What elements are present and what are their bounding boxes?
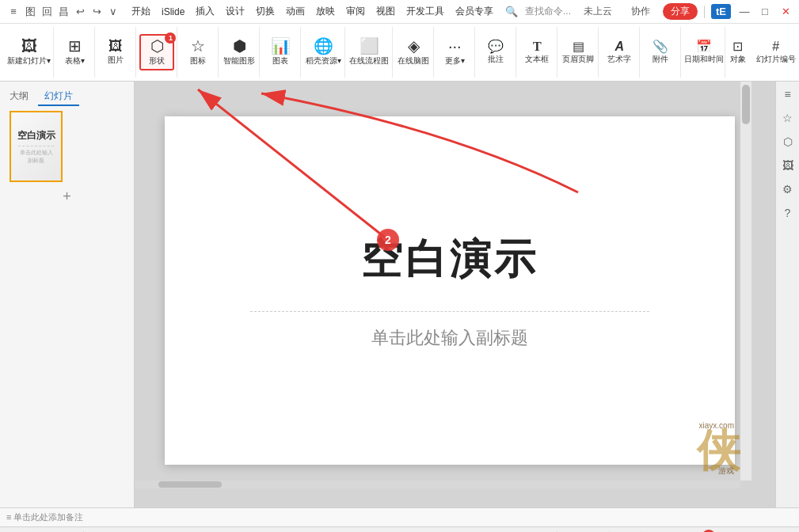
tab-view[interactable]: 视图 bbox=[371, 3, 400, 20]
tab-animation[interactable]: 动画 bbox=[281, 3, 310, 20]
slide-thumb-preview: 空白演示 单击此处输入副标题 bbox=[11, 112, 61, 180]
tab-review[interactable]: 审阅 bbox=[341, 3, 370, 20]
flow-label: 在线流程图 bbox=[349, 55, 389, 66]
textbox-button[interactable]: T 文本框 bbox=[523, 39, 551, 66]
stock-button[interactable]: 🌐 稻壳资源▾ bbox=[302, 36, 345, 69]
mindmap-label: 在线脑图 bbox=[398, 55, 429, 66]
tab-insert[interactable]: 插入 bbox=[191, 3, 219, 20]
maximize-btn[interactable]: □ bbox=[758, 5, 772, 19]
ribbon-group-smart: ⬢ 智能图形 bbox=[220, 27, 260, 78]
header-button[interactable]: ▤ 页眉页脚 bbox=[560, 39, 596, 66]
close-btn[interactable]: ✕ bbox=[778, 5, 793, 19]
arttext-icon: A bbox=[614, 40, 624, 53]
more-button[interactable]: ··· 更多▾ bbox=[437, 36, 472, 69]
ribbon-group-textbox: T 文本框 bbox=[518, 27, 557, 78]
table-button[interactable]: ⊞ 表格▾ bbox=[57, 36, 92, 69]
textbox-label: 文本框 bbox=[525, 54, 549, 65]
search-icon[interactable]: 🔍 bbox=[504, 5, 519, 19]
image-button[interactable]: 🖼 图片 bbox=[98, 36, 133, 68]
slide-title[interactable]: 空白演示 bbox=[361, 232, 538, 287]
comment-label: 批注 bbox=[488, 54, 504, 65]
sidebar-btn-5[interactable]: ⚙ bbox=[778, 180, 797, 199]
tab-transition[interactable]: 切换 bbox=[251, 3, 280, 20]
sidebar-btn-2[interactable]: ☆ bbox=[778, 108, 797, 127]
tab-outline[interactable]: 大纲 bbox=[3, 88, 35, 106]
tab-member[interactable]: 会员专享 bbox=[451, 3, 498, 20]
slide-num-button[interactable]: # 幻灯片编号 bbox=[754, 39, 798, 66]
title-icons: ≡ 图 回 昌 ↩ ↪ ∨ bbox=[6, 5, 120, 19]
ribbon-group-date: 📅 日期和时间 bbox=[683, 27, 726, 78]
main-area: 大纲 幻灯片 1 空白演示 单击此处输入副标题 + 空白演 bbox=[0, 82, 799, 507]
ribbon-group-shape: 1 ⬡ 形状 bbox=[138, 27, 177, 78]
redo-icon[interactable]: ↪ bbox=[89, 5, 104, 19]
tab-slides[interactable]: 幻灯片 bbox=[38, 88, 79, 106]
ribbon-group-attachment: 📎 附件 bbox=[641, 27, 681, 78]
play-btn[interactable]: ▶ bbox=[702, 530, 716, 533]
ribbon-group-image: 🖼 图片 bbox=[97, 27, 136, 78]
ribbon-group-chart: 📊 图表 bbox=[261, 27, 301, 78]
tab-slideshow[interactable]: 放映 bbox=[311, 3, 340, 20]
mindmap-button[interactable]: ◈ 在线脑图 bbox=[394, 36, 433, 69]
status-bar-right: ☆智能美化 | 三角注 | 批注 | ⊞ ⊡ ▤ ▶ | — 100% + ⊡ bbox=[527, 530, 793, 533]
sidebar-btn-3[interactable]: ⬡ bbox=[778, 132, 797, 151]
align-label: 对象 bbox=[730, 54, 746, 65]
chart-button[interactable]: 📊 图表 bbox=[263, 36, 298, 69]
more-icon[interactable]: ∨ bbox=[106, 5, 120, 19]
scroll-thumb-h bbox=[158, 481, 222, 488]
tab-islide[interactable]: iSlide bbox=[157, 5, 189, 19]
smart-shape-button[interactable]: ⬢ 智能图形 bbox=[219, 36, 259, 69]
share-btn[interactable]: 分享 bbox=[663, 3, 698, 20]
attachment-button[interactable]: 📎 附件 bbox=[646, 39, 675, 66]
ribbon-group-more: ··· 更多▾ bbox=[436, 27, 475, 78]
slide-subtitle[interactable]: 单击此处输入副标题 bbox=[250, 311, 649, 350]
ribbon-group-newslide: 🖼 新建幻灯片▾ bbox=[5, 27, 54, 78]
te-badge: tE bbox=[711, 4, 731, 19]
tab-design[interactable]: 设计 bbox=[221, 3, 249, 20]
sidebar-btn-1[interactable]: ≡ bbox=[778, 85, 797, 104]
icon-3[interactable]: 昌 bbox=[56, 5, 70, 19]
more-icon: ··· bbox=[448, 38, 462, 54]
ribbon-group-flow: ⬜ 在线流程图 bbox=[347, 27, 393, 78]
tab-dev[interactable]: 开发工具 bbox=[401, 3, 449, 20]
add-slide-btn[interactable]: + bbox=[63, 188, 71, 205]
sidebar-btn-4[interactable]: 🖼 bbox=[778, 156, 797, 175]
shape-label: 形状 bbox=[149, 55, 165, 66]
date-button[interactable]: 📅 日期和时间 bbox=[682, 39, 726, 66]
image-icon: 🖼 bbox=[108, 39, 123, 53]
tab-start[interactable]: 开始 bbox=[127, 3, 155, 20]
flow-button[interactable]: ⬜ 在线流程图 bbox=[345, 36, 393, 69]
arttext-button[interactable]: A 艺术字 bbox=[605, 39, 633, 66]
comment-button[interactable]: 💬 批注 bbox=[481, 39, 510, 66]
minimize-btn[interactable]: — bbox=[737, 5, 751, 19]
collab-btn[interactable]: 协作 bbox=[625, 3, 656, 20]
ribbon-tabs-top: 开始 iSlide 插入 设计 切换 动画 放映 审阅 视图 开发工具 会员专享 bbox=[127, 3, 498, 20]
ribbon-group-icon: ☆ 图标 bbox=[179, 27, 219, 78]
vertical-scrollbar[interactable] bbox=[740, 82, 751, 481]
header-label: 页眉页脚 bbox=[562, 54, 594, 65]
flow-icon: ⬜ bbox=[360, 38, 379, 54]
ribbon: 🖼 新建幻灯片▾ ⊞ 表格▾ 🖼 图片 bbox=[0, 24, 799, 82]
date-icon: 📅 bbox=[696, 40, 712, 53]
cloud-btn[interactable]: 未上云 bbox=[577, 3, 618, 20]
icon-1[interactable]: 图 bbox=[23, 5, 37, 19]
new-slide-button[interactable]: 🖼 新建幻灯片▾ bbox=[3, 36, 55, 69]
slide-panel-tabs: 大纲 幻灯片 bbox=[3, 88, 131, 106]
watermark-subtext: 游戏 bbox=[718, 466, 734, 477]
smart-shape-icon: ⬢ bbox=[233, 38, 246, 54]
shape-button[interactable]: 1 ⬡ 形状 bbox=[139, 34, 174, 70]
horizontal-scrollbar[interactable] bbox=[135, 481, 740, 488]
sidebar-btn-help[interactable]: ? bbox=[778, 203, 797, 222]
table-label: 表格▾ bbox=[65, 55, 85, 66]
more-label: 更多▾ bbox=[445, 55, 465, 66]
image-label: 图片 bbox=[108, 55, 124, 66]
slide-thumbnail[interactable]: 空白演示 单击此处输入副标题 bbox=[10, 111, 63, 182]
note-placeholder[interactable]: ≡ 单击此处添加备注 bbox=[6, 511, 793, 523]
menu-icon[interactable]: ≡ bbox=[6, 5, 21, 19]
icon-2[interactable]: 回 bbox=[40, 5, 54, 19]
stock-label: 稻壳资源▾ bbox=[306, 55, 341, 66]
icon-button[interactable]: ☆ 图标 bbox=[181, 36, 215, 69]
align-button[interactable]: ⊡ 对象 bbox=[724, 39, 752, 66]
undo-icon[interactable]: ↩ bbox=[73, 5, 87, 19]
date-label: 日期和时间 bbox=[684, 54, 724, 65]
slide-num-label: 幻灯片编号 bbox=[756, 54, 796, 65]
